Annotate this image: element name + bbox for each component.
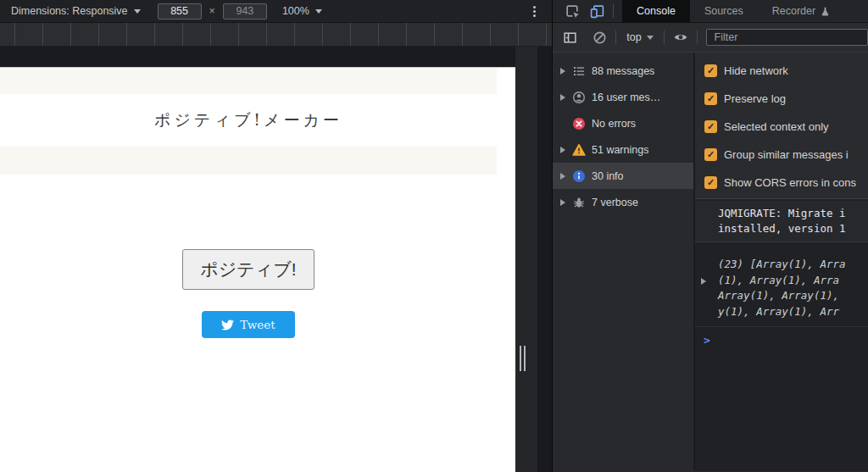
- device-toolbar-toggle-icon[interactable]: [589, 3, 604, 19]
- dimensions-dropdown[interactable]: Dimensions: Responsive: [11, 5, 141, 17]
- checkbox-checked-icon[interactable]: [704, 176, 717, 189]
- console-message-line: JQMIGRATE: Migrate i: [718, 206, 865, 221]
- expand-arrow-icon[interactable]: [560, 68, 565, 75]
- page-header-band: [0, 68, 497, 94]
- viewport-margin: [537, 47, 552, 472]
- console-prompt-chevron-icon: >: [704, 334, 710, 347]
- tab-recorder[interactable]: Recorder: [758, 0, 836, 23]
- sidebar-item-warnings[interactable]: 51 warnings: [553, 136, 693, 163]
- live-expression-eye-icon[interactable]: [673, 30, 688, 45]
- expand-arrow-icon[interactable]: [560, 94, 565, 101]
- console-prompt[interactable]: >: [695, 327, 868, 347]
- twitter-bird-icon: [221, 319, 234, 331]
- console-message-line: Array(1), Array(1),: [718, 288, 865, 304]
- page-title: ポジティブ!メーカー: [154, 109, 342, 131]
- clear-console-icon[interactable]: [593, 30, 607, 45]
- info-icon: [572, 169, 586, 183]
- user-icon: [572, 91, 586, 104]
- checkbox-label: Selected context only: [724, 120, 829, 133]
- sidebar-item-label: 16 user mes…: [592, 92, 660, 103]
- zoom-value: 100%: [282, 5, 309, 17]
- checkbox-checked-icon[interactable]: [704, 92, 717, 105]
- tab-sources[interactable]: Sources: [690, 0, 758, 23]
- horizontal-ruler: [0, 23, 552, 47]
- console-output: JQMIGRATE: Migrate i installed, version …: [695, 201, 868, 347]
- console-sidebar-toggle-icon[interactable]: [563, 30, 577, 45]
- console-message-line: (1), Array(1), Arra: [718, 273, 865, 289]
- setting-preserve-log: Preserve log: [695, 85, 868, 113]
- console-main: Hide network Preserve log Selected conte…: [695, 53, 868, 471]
- chevron-down-icon: [315, 9, 322, 14]
- list-icon: [572, 64, 586, 78]
- sidebar-item-label: No errors: [592, 118, 636, 130]
- zoom-dropdown[interactable]: 100%: [282, 5, 322, 17]
- expand-arrow-icon[interactable]: [560, 173, 565, 180]
- device-toolbar: Dimensions: Responsive × 100%: [0, 0, 552, 23]
- checkbox-checked-icon[interactable]: [704, 64, 717, 77]
- sidebar-item-label: 7 verbose: [592, 197, 638, 208]
- sidebar-item-messages[interactable]: 88 messages: [553, 58, 693, 84]
- console-message-line: y(1), Array(1), Arr: [718, 304, 865, 320]
- checkbox-label: Group similar messages i: [724, 148, 849, 161]
- positive-button[interactable]: ポジティブ!: [182, 249, 314, 290]
- tweet-button-label: Tweet: [240, 318, 275, 331]
- console-filter-input[interactable]: [706, 29, 868, 46]
- viewport-resize-handle[interactable]: [520, 346, 526, 371]
- dimensions-label: Dimensions: Responsive: [11, 5, 128, 17]
- console-message-line: (23) [Array(1), Arra: [718, 257, 865, 273]
- console-settings-pane: Hide network Preserve log Selected conte…: [695, 53, 868, 199]
- viewport-height-input[interactable]: [223, 3, 267, 19]
- viewport-width-input[interactable]: [158, 3, 202, 19]
- divider: [664, 31, 665, 44]
- console-sidebar: 88 messages 16 user mes…: [553, 53, 695, 471]
- console-message-line: installed, version 1: [718, 221, 865, 236]
- checkbox-label: Show CORS errors in cons: [724, 176, 856, 189]
- sidebar-item-label: 30 info: [592, 170, 624, 182]
- experiment-flask-icon: [820, 6, 831, 17]
- device-options-kebab-icon[interactable]: [533, 6, 536, 17]
- expand-arrow-icon[interactable]: [560, 147, 565, 153]
- chevron-down-icon: [134, 9, 141, 14]
- context-label: top: [626, 31, 641, 43]
- sidebar-item-verbose[interactable]: 7 verbose: [553, 189, 693, 215]
- expand-arrow-icon[interactable]: [701, 278, 706, 285]
- tab-recorder-label: Recorder: [772, 0, 815, 23]
- tweet-button[interactable]: Tweet: [202, 311, 295, 338]
- browser-window: Dimensions: Responsive × 100% ポジティブ!メーカー: [0, 0, 868, 472]
- checkbox-label: Preserve log: [724, 92, 786, 105]
- divider: [697, 31, 698, 44]
- inspect-element-icon[interactable]: [565, 3, 580, 19]
- console-array-message: (23) [Array(1), Arra (1), Array(1), Arra…: [695, 255, 868, 327]
- divider: [615, 31, 616, 44]
- tab-console[interactable]: Console: [622, 0, 690, 23]
- warning-icon: [572, 143, 586, 157]
- sidebar-item-errors[interactable]: No errors: [553, 110, 693, 136]
- setting-hide-network: Hide network: [695, 57, 868, 85]
- error-icon: [572, 117, 586, 130]
- web-page: ポジティブ!メーカー ポジティブ! Tweet: [0, 67, 515, 472]
- checkbox-checked-icon[interactable]: [704, 120, 717, 133]
- sidebar-item-label: 51 warnings: [592, 144, 648, 156]
- page-band: [0, 147, 497, 175]
- checkbox-label: Hide network: [724, 64, 788, 77]
- viewport-resize-gutter: [515, 47, 537, 472]
- checkbox-checked-icon[interactable]: [704, 148, 717, 161]
- divider: [613, 4, 614, 18]
- chevron-down-icon: [647, 36, 654, 40]
- devtools-tabbar: Console Sources Recorder: [553, 0, 868, 23]
- dimension-separator: ×: [209, 5, 215, 17]
- bug-icon: [572, 196, 586, 209]
- device-viewport: ポジティブ!メーカー ポジティブ! Tweet: [0, 47, 552, 472]
- console-toolbar: top: [553, 23, 868, 53]
- sidebar-item-user-messages[interactable]: 16 user mes…: [553, 84, 693, 110]
- setting-group-similar: Group similar messages i: [695, 141, 868, 169]
- devtools-panel: Console Sources Recorder: [552, 0, 868, 472]
- sidebar-item-info[interactable]: 30 info: [553, 163, 693, 189]
- setting-show-cors: Show CORS errors in cons: [695, 169, 868, 197]
- expand-arrow-icon[interactable]: [560, 199, 565, 206]
- javascript-context-dropdown[interactable]: top: [626, 31, 653, 43]
- device-mode-pane: Dimensions: Responsive × 100% ポジティブ!メーカー: [0, 0, 552, 472]
- setting-selected-context: Selected context only: [695, 113, 868, 141]
- sidebar-item-label: 88 messages: [592, 65, 654, 77]
- console-info-message: JQMIGRATE: Migrate i installed, version …: [695, 201, 868, 242]
